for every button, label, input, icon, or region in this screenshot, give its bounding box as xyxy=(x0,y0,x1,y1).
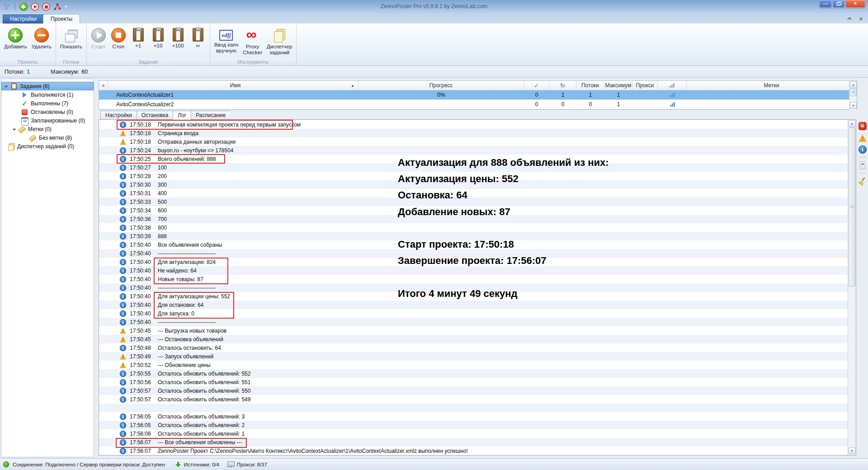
log-row[interactable]: 17:50:40 Все объявления собраны xyxy=(99,240,848,249)
log-row[interactable]: 17:50:48 Осталось остановить: 64 xyxy=(99,343,848,352)
log-row[interactable]: 17:50:56 Осталось обновить объявлений: 5… xyxy=(99,378,848,386)
expander-icon[interactable] xyxy=(5,85,8,88)
log-row[interactable]: 17:50:28 200 xyxy=(99,172,848,180)
log-row[interactable]: 17:50:36 700 xyxy=(99,215,848,223)
log-row[interactable]: 17:50:33 500 xyxy=(99,197,848,206)
table-row[interactable]: AvitoContextActualizer1 0% 0 1 1 1 xyxy=(99,90,857,100)
close-button[interactable]: × xyxy=(845,0,865,8)
log-row[interactable]: 17:50:45 --- Остановка объявлений xyxy=(99,335,848,343)
ribbon-button[interactable]: Добавить xyxy=(2,27,29,51)
filter-errors-icon[interactable] xyxy=(859,122,867,130)
maximize-button[interactable] xyxy=(833,0,844,8)
log-row[interactable]: 17:56:05 Осталось обновить объявлений: 3 xyxy=(99,412,848,421)
scrollbar-thumb[interactable] xyxy=(850,89,857,96)
log-row[interactable]: 17:50:40 Для актуализации: 824 xyxy=(99,258,848,266)
column-restarts[interactable]: ↻ xyxy=(549,81,576,90)
log-row[interactable]: 17:50:40 Для запуска: 0 xyxy=(99,309,848,318)
ribbon-button[interactable]: ∞ xyxy=(188,27,208,50)
log-row[interactable] xyxy=(99,404,848,412)
ribbon-button[interactable]: Proxy Checker xyxy=(241,27,264,56)
ribbon-button[interactable]: Показать xyxy=(58,27,85,51)
ribbon-button[interactable]: +100 xyxy=(168,27,188,50)
log-scrollbar[interactable]: ▲ ▼ xyxy=(848,120,856,455)
sidebar-item[interactable]: Диспетчер заданий (0) xyxy=(1,142,94,150)
statistics-icon[interactable] xyxy=(670,102,675,107)
sidebar-item[interactable]: Метки (0) xyxy=(1,125,94,133)
log-row[interactable]: 17:50:30 300 xyxy=(99,180,848,189)
column-threads[interactable]: Потоки xyxy=(576,81,604,90)
log-row[interactable]: 17:50:52 --- Обновление цены xyxy=(99,361,848,369)
expander-icon[interactable] xyxy=(13,127,16,131)
log-row[interactable]: 17:56:06 Осталось обновить объявлений: 1 xyxy=(99,429,848,438)
log-row[interactable]: 17:50:57 Осталось обновить объявлений: 5… xyxy=(99,386,848,395)
column-progress[interactable]: Прогресс xyxy=(359,81,524,90)
log-row[interactable]: 17:56:07 --- Все объявления обновлены --… xyxy=(99,438,848,446)
ribbon-button[interactable]: Ввод капч вручную xyxy=(212,27,241,54)
log-row[interactable]: 17:50:45 --- Выгрузка новых товаров xyxy=(99,326,848,335)
ribbon-button[interactable]: +1 xyxy=(128,27,148,50)
divider xyxy=(859,173,866,174)
filter-warnings-icon[interactable] xyxy=(859,134,867,142)
log-row[interactable]: 17:50:49 --- Запуск объявлений xyxy=(99,352,848,361)
column-favorite[interactable]: ★ xyxy=(99,81,108,90)
scrollbar-thumb[interactable] xyxy=(849,127,855,287)
log-tab[interactable]: Лог xyxy=(173,111,191,120)
table-row[interactable]: AvitoContextActualizer2 0 0 0 1 xyxy=(99,100,857,109)
log-row[interactable]: 17:50:31 400 xyxy=(99,189,848,197)
log-tab[interactable]: Настройки xyxy=(100,111,137,120)
log-row[interactable]: 17:50:40 -------------------------------… xyxy=(99,249,848,258)
log-row[interactable]: 17:50:39 888 xyxy=(99,232,848,240)
ribbon-button[interactable]: Старт xyxy=(89,27,108,51)
log-tab[interactable]: Расписание xyxy=(191,111,230,120)
autoscroll-toggle-icon[interactable] xyxy=(860,161,865,169)
sidebar-item[interactable]: Выполняются (1) xyxy=(1,90,94,99)
log-row[interactable]: 17:50:40 Для актуализации цены: 552 xyxy=(99,292,848,301)
log-tab[interactable]: Остановка xyxy=(137,111,173,120)
column-max[interactable]: Максимум xyxy=(604,81,632,90)
log-row[interactable]: 17:56:05 Осталось обновить объявлений: 2 xyxy=(99,421,848,429)
log-row[interactable]: 17:50:40 Для остановки: 64 xyxy=(99,301,848,309)
log-row[interactable]: 17:50:25 Всего объявлений: 888 xyxy=(99,155,848,163)
column-proxy[interactable]: Прокси xyxy=(632,81,658,90)
ribbon-button[interactable]: Удалить xyxy=(29,27,54,51)
ribbon-close-icon[interactable]: × xyxy=(859,15,863,22)
statistics-icon[interactable] xyxy=(670,93,675,97)
scroll-up-icon[interactable]: ▲ xyxy=(850,81,857,88)
sidebar-item[interactable]: Остановлены (0) xyxy=(1,108,94,116)
log-row[interactable]: 17:50:40 -------------------------------… xyxy=(99,318,848,326)
filter-info-icon[interactable] xyxy=(859,146,867,154)
clear-log-icon[interactable] xyxy=(859,177,867,185)
ribbon-button[interactable]: +10 xyxy=(148,27,168,50)
scroll-down-icon[interactable]: ▼ xyxy=(849,447,855,454)
sidebar-item[interactable]: Запланированные (0) xyxy=(1,116,94,125)
task-threads: 1 xyxy=(576,92,604,98)
log-row[interactable]: 17:50:40 Не найдено: 64 xyxy=(99,266,848,275)
ribbon-tab[interactable]: Проекты xyxy=(43,14,80,24)
log-row[interactable]: 17:50:34 600 xyxy=(99,206,848,215)
column-labels[interactable]: Метки xyxy=(687,81,857,90)
column-name[interactable]: Имя ▲ xyxy=(108,81,359,90)
log-row[interactable]: 17:50:55 Осталось обновить объявлений: 5… xyxy=(99,369,848,378)
log-row[interactable]: 17:56:07 ZennoPoster Проект C:\ZennoPost… xyxy=(99,446,848,455)
ribbon-button[interactable]: Диспетчер заданий xyxy=(264,27,294,56)
log-row[interactable]: 17:50:40 -------------------------------… xyxy=(99,283,848,292)
log-row[interactable]: 17:50:40 Новые товары: 87 xyxy=(99,275,848,283)
ribbon-button[interactable]: Стоп xyxy=(108,27,128,51)
column-success[interactable]: ✓ xyxy=(524,81,549,90)
log-row[interactable]: 17:50:18 Страница входа xyxy=(99,129,848,137)
table-scrollbar[interactable]: ▲ ▼ xyxy=(849,81,857,110)
log-row[interactable]: 17:50:18 Отправка данных авторизации xyxy=(99,137,848,146)
ribbon-tab[interactable]: Настройки xyxy=(3,14,44,24)
sidebar-item[interactable]: Задания (8) xyxy=(1,82,94,90)
minimize-button[interactable]: — xyxy=(819,0,832,8)
scroll-down-icon[interactable]: ▼ xyxy=(850,102,857,109)
scroll-up-icon[interactable]: ▲ xyxy=(849,120,855,127)
column-statistics[interactable] xyxy=(658,81,687,90)
sidebar-item[interactable]: Выполнены (7) xyxy=(1,99,94,108)
log-row[interactable]: 17:50:18 Первичная компиляция проекта пе… xyxy=(99,120,848,129)
log-row[interactable]: 17:50:27 100 xyxy=(99,163,848,172)
log-row[interactable]: 17:50:38 800 xyxy=(99,223,848,232)
log-row[interactable]: 17:50:57 Осталось обновить объявлений: 5… xyxy=(99,395,848,404)
sidebar-item[interactable]: Без метки (8) xyxy=(1,133,94,142)
log-row[interactable]: 17:50:24 buyon.ru - ноутбуки => 178504 xyxy=(99,146,848,155)
